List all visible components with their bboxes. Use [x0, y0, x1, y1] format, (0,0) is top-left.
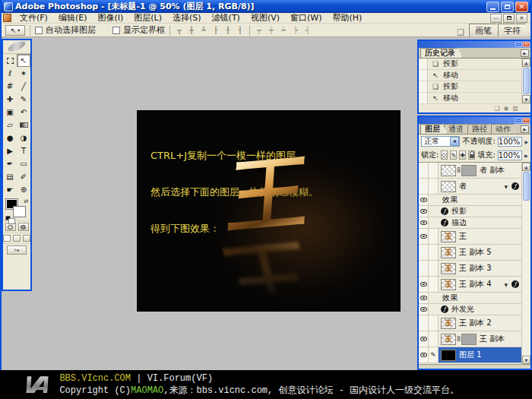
- background-color[interactable]: [14, 207, 25, 217]
- lock-all-button[interactable]: [468, 150, 475, 160]
- layer-thumbnail[interactable]: [441, 165, 456, 176]
- visibility-toggle[interactable]: [419, 179, 429, 194]
- layer-row[interactable]: 王 王 副本 3: [419, 261, 521, 277]
- layer-row-selected[interactable]: ✎ 图层 1: [419, 347, 521, 363]
- layer-row[interactable]: 者 ▼ ƒ: [419, 179, 521, 195]
- new-snapshot-icon[interactable]: ◉: [503, 106, 508, 112]
- visibility-toggle[interactable]: [419, 277, 429, 292]
- align-hcenter-icon[interactable]: ╂: [223, 27, 233, 34]
- link-toggle[interactable]: [429, 277, 439, 292]
- fill-slider-icon[interactable]: ▶: [524, 153, 528, 158]
- visibility-toggle[interactable]: [419, 293, 429, 303]
- scroll-thumb[interactable]: [523, 68, 530, 94]
- doc-close-button[interactable]: ✕: [516, 14, 527, 23]
- visibility-toggle[interactable]: [419, 229, 429, 244]
- zoom-tool[interactable]: ⊕: [17, 183, 30, 196]
- layer-row[interactable]: 王 王 副本 2: [419, 315, 521, 331]
- menu-layer[interactable]: 图层(L): [128, 13, 167, 23]
- layer-thumbnail[interactable]: 王: [441, 279, 456, 290]
- effect-row[interactable]: ƒ 外发光: [419, 304, 521, 315]
- visibility-toggle[interactable]: [419, 331, 429, 347]
- fullscreen-button[interactable]: [23, 235, 30, 242]
- opacity-input[interactable]: 100%: [498, 137, 523, 147]
- swap-colors-icon[interactable]: ⇄: [24, 198, 28, 204]
- doc-restore-button[interactable]: [503, 14, 515, 23]
- hand-tool[interactable]: ☛: [3, 183, 17, 196]
- panel-minimize-button[interactable]: —: [515, 42, 522, 47]
- link-toggle[interactable]: [429, 229, 439, 244]
- layer-mask-thumbnail[interactable]: [461, 165, 477, 176]
- notes-tool[interactable]: ▤: [3, 170, 17, 183]
- align-left-icon[interactable]: ┠: [211, 27, 220, 34]
- visibility-toggle[interactable]: [419, 347, 429, 363]
- standard-screen-button[interactable]: [3, 235, 11, 242]
- magic-wand-tool[interactable]: ✶: [17, 67, 30, 80]
- history-item[interactable]: ↖ 移动: [419, 70, 530, 81]
- distribute-top-icon[interactable]: ┯: [255, 27, 264, 34]
- layer-row[interactable]: 王 王: [419, 229, 521, 245]
- panel-close-button[interactable]: ✕: [523, 118, 530, 123]
- panel-minimize-button[interactable]: —: [515, 118, 522, 123]
- tab-history[interactable]: 历史记录: [420, 48, 463, 58]
- layer-row[interactable]: 王 王 副本 4 ▼ ƒ: [419, 277, 521, 293]
- path-select-tool[interactable]: ▶: [3, 144, 17, 157]
- imageready-button[interactable]: ↪: [7, 245, 27, 255]
- lock-paint-button[interactable]: ✎: [450, 150, 457, 160]
- layer-thumbnail[interactable]: 王: [441, 334, 456, 345]
- healing-brush-tool[interactable]: ✚: [3, 93, 17, 106]
- effects-header-row[interactable]: 效果: [419, 195, 521, 206]
- history-source-checkbox[interactable]: [419, 70, 428, 81]
- move-tool[interactable]: ↖: [17, 54, 30, 67]
- visibility-toggle[interactable]: [419, 206, 429, 217]
- current-tool-button[interactable]: ↖ ▾: [5, 25, 25, 36]
- scroll-thumb[interactable]: [523, 172, 530, 201]
- layer-row[interactable]: 王 王 副本 5: [419, 245, 521, 261]
- history-panel-header[interactable]: — ✕: [419, 41, 530, 48]
- opacity-slider-icon[interactable]: ▶: [524, 139, 528, 144]
- layer-thumbnail[interactable]: 王: [441, 263, 456, 274]
- palette-toggle-icon[interactable]: ❑: [457, 27, 464, 37]
- delete-state-icon[interactable]: ▥: [512, 106, 518, 112]
- doc-minimize-button[interactable]: —: [490, 14, 502, 23]
- lock-transparency-button[interactable]: [441, 150, 448, 160]
- blend-mode-select[interactable]: 正常 ▼: [421, 136, 460, 147]
- panel-close-button[interactable]: ✕: [523, 42, 530, 47]
- pen-tool[interactable]: ✒: [3, 157, 17, 170]
- rect-marquee-tool[interactable]: [3, 54, 17, 67]
- menu-help[interactable]: 帮助(H): [327, 13, 367, 23]
- collapse-styles-icon[interactable]: ▼: [504, 282, 508, 287]
- tab-channels[interactable]: 通道: [444, 124, 471, 134]
- default-colors-icon[interactable]: [5, 216, 11, 220]
- layer-thumbnail[interactable]: [441, 181, 456, 192]
- align-right-icon[interactable]: ┨: [236, 27, 245, 34]
- document-canvas[interactable]: CTRL+J复制一个一模一样的图层， 然后选择下面的图层，执行动感模糊。 得到下…: [137, 110, 401, 312]
- scroll-up-icon[interactable]: ▲: [522, 163, 530, 171]
- menu-edit[interactable]: 编辑(E): [53, 13, 93, 23]
- crop-tool[interactable]: #: [3, 80, 17, 93]
- menu-image[interactable]: 图像(I): [92, 13, 128, 23]
- distribute-vcenter-icon[interactable]: ┿: [267, 27, 276, 34]
- eraser-tool[interactable]: ▱: [3, 119, 17, 131]
- new-document-from-state-icon[interactable]: ❏: [494, 106, 499, 112]
- type-tool[interactable]: T: [17, 144, 30, 157]
- visibility-toggle[interactable]: [419, 304, 429, 315]
- menu-view[interactable]: 视图(V): [245, 13, 285, 23]
- history-item[interactable]: ❏ 投影: [419, 81, 530, 93]
- layer-thumbnail[interactable]: 王: [441, 318, 456, 329]
- history-item[interactable]: ↖ 移动: [419, 93, 530, 104]
- slice-tool[interactable]: ╱: [17, 80, 30, 93]
- scroll-down-icon[interactable]: ▼: [522, 95, 530, 103]
- blur-tool[interactable]: ●: [3, 131, 17, 144]
- history-source-checkbox[interactable]: [419, 59, 428, 69]
- tab-character[interactable]: 字符: [498, 24, 532, 37]
- visibility-toggle[interactable]: [419, 261, 429, 276]
- shape-tool[interactable]: ▭: [17, 157, 30, 170]
- fill-input[interactable]: 100%: [498, 150, 523, 160]
- fullscreen-menubar-button[interactable]: [13, 235, 21, 242]
- lock-position-button[interactable]: ✚: [459, 150, 466, 160]
- layer-mask-thumbnail[interactable]: [461, 334, 477, 345]
- dodge-tool[interactable]: ◑: [17, 131, 30, 144]
- brush-tool[interactable]: ✎: [17, 93, 30, 106]
- effect-row[interactable]: ƒ 描边: [419, 217, 521, 229]
- link-toggle[interactable]: [429, 331, 439, 347]
